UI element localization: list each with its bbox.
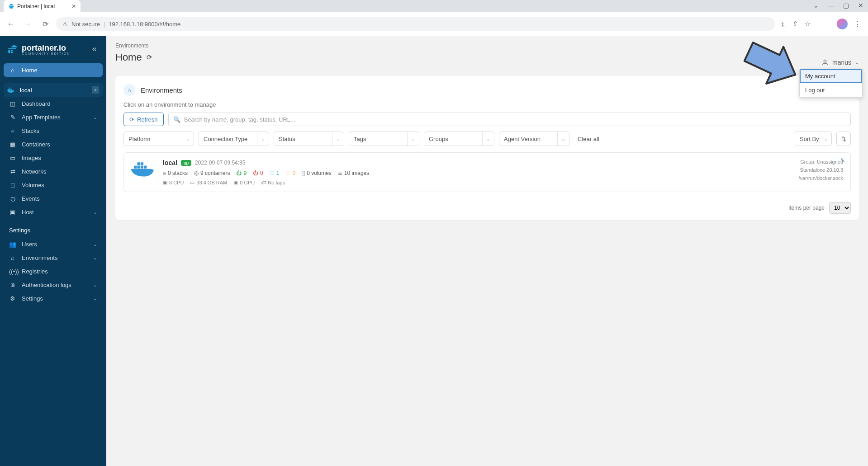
chevron-down-icon: ⌄ [93, 282, 97, 288]
env-socket: /var/run/docker.sock [799, 175, 843, 181]
sidebar-item-dashboard[interactable]: ◫Dashboard [4, 97, 103, 110]
svg-rect-11 [138, 162, 140, 165]
items-per-page-select[interactable]: 10 [829, 202, 851, 214]
sort-by-label: Sort By [800, 136, 819, 142]
environment-card[interactable]: local up 2022-09-07 09:54:35 ≡ 0 stacks … [123, 152, 851, 192]
svg-rect-12 [141, 162, 143, 165]
user-menu-trigger[interactable]: marius ⌄ [821, 59, 859, 66]
reload-button[interactable]: ⟳ [39, 20, 52, 28]
env-meta: Group: Unassigned Standalone 20.10.3 /va… [799, 159, 843, 181]
page-title-row: Home ⟳ [115, 52, 859, 63]
svg-rect-0 [11, 50, 13, 51]
browser-chrome: Portainer | local ✕ ⌄ — ▢ ✕ ← → ⟳ ⚠ Not … [0, 0, 868, 36]
status-badge: up [181, 160, 191, 166]
logo[interactable]: portainer.io COMMUNITY EDITION [4, 41, 103, 63]
refresh-icon[interactable]: ⟳ [147, 53, 152, 61]
chevron-down-icon: ⌄ [257, 132, 265, 146]
maximize-icon[interactable]: ▢ [843, 2, 849, 9]
refresh-button[interactable]: ⟳ Refresh [123, 113, 164, 126]
chevron-down-icon[interactable]: ⌄ [813, 2, 819, 9]
url-field[interactable]: ⚠ Not secure | 192.168.1.18:9000/#!/home [56, 17, 775, 31]
svg-rect-10 [144, 166, 147, 169]
sidebar-item-label: Home [22, 67, 38, 74]
sidebar-item-environments[interactable]: ⌂Environments⌄ [4, 251, 103, 264]
star-icon[interactable]: ☆ [805, 20, 811, 28]
chevron-down-icon: ⌄ [93, 209, 97, 215]
volumes-count: ⌸ 0 volumes [302, 170, 332, 176]
page-title: Home [115, 52, 142, 63]
env-pill-close[interactable]: × [92, 86, 99, 94]
menu-logout[interactable]: Log out [800, 83, 862, 97]
stopped-count: ⏻ 0 [253, 170, 263, 176]
nav-icon: ≡ [9, 127, 16, 134]
filter-agent-version[interactable]: Agent Version⌄ [499, 132, 569, 146]
unhealthy-count: ♡ 0 [285, 170, 295, 176]
sidebar-item-label: Host [22, 209, 34, 216]
nav-icon: ((•)) [9, 268, 16, 275]
separator: | [104, 21, 105, 28]
share-icon[interactable]: ⇪ [792, 20, 798, 28]
filter-connection-type[interactable]: Connection Type⌄ [199, 132, 269, 146]
filter-tags[interactable]: Tags⌄ [349, 132, 419, 146]
env-pill-label: local [20, 87, 32, 94]
back-button[interactable]: ← [5, 20, 17, 28]
refresh-icon: ⟳ [129, 116, 134, 123]
minimize-icon[interactable]: — [828, 2, 834, 9]
sidebar-item-containers[interactable]: ▦Containers [4, 137, 103, 151]
toolbar: ⟳ Refresh 🔍 Search by name, group, tag, … [123, 113, 851, 126]
sidebar-item-registries[interactable]: ((•))Registries [4, 264, 103, 278]
close-icon[interactable]: ✕ [858, 2, 863, 9]
chevron-down-icon: ⌄ [93, 114, 97, 120]
browser-actions: ⚿ ⇪ ☆ ⋮ [779, 19, 863, 29]
sidebar-item-images[interactable]: ▭Images [4, 151, 103, 165]
collapse-sidebar-button[interactable] [89, 44, 100, 55]
sidebar-item-label: Volumes [22, 182, 44, 188]
search-input[interactable]: 🔍 Search by name, group, tag, status, UR… [168, 113, 851, 126]
sort-by-dropdown[interactable]: Sort By ⌄ [795, 132, 832, 146]
sidebar-item-settings[interactable]: ⚙Settings⌄ [4, 292, 103, 305]
kebab-icon[interactable]: ⋮ [854, 20, 861, 28]
browser-tab[interactable]: Portainer | local ✕ [4, 0, 81, 12]
sidebar-item-authentication-logs[interactable]: 🗎Authentication logs⌄ [4, 278, 103, 292]
sidebar-item-label: Users [22, 241, 37, 248]
filter-groups[interactable]: Groups⌄ [424, 132, 494, 146]
filter-status[interactable]: Status⌄ [274, 132, 344, 146]
user-dropdown: My account Log out [799, 69, 863, 98]
sidebar-item-host[interactable]: ▣Host⌄ [4, 205, 103, 219]
sidebar-item-users[interactable]: 👥Users⌄ [4, 237, 103, 251]
filter-row: Platform⌄Connection Type⌄Status⌄Tags⌄Gro… [123, 132, 851, 146]
chevron-down-icon: ⌄ [855, 60, 859, 66]
not-secure-label: Not secure [71, 21, 100, 28]
edit-icon[interactable]: ✎ [840, 157, 845, 164]
clear-all-button[interactable]: Clear all [574, 136, 603, 142]
sidebar-item-app-templates[interactable]: ✎App Templates⌄ [4, 110, 103, 124]
sidebar-item-events[interactable]: ◷Events [4, 192, 103, 205]
sidebar-item-stacks[interactable]: ≡Stacks [4, 124, 103, 137]
key-icon[interactable]: ⚿ [779, 20, 786, 28]
close-tab-icon[interactable]: ✕ [71, 3, 76, 9]
filter-label: Connection Type [204, 136, 247, 142]
profile-avatar[interactable] [837, 19, 848, 29]
sidebar-item-home[interactable]: ⌂ Home [4, 63, 103, 77]
svg-rect-5 [9, 88, 10, 89]
sidebar-item-volumes[interactable]: ⌸Volumes [4, 178, 103, 192]
nav-icon: ▣ [9, 209, 16, 216]
not-secure-icon: ⚠ [62, 21, 68, 28]
running-count: ⏻ 9 [236, 170, 247, 176]
chevrons-left-icon [91, 46, 98, 52]
sidebar-item-label: Images [22, 155, 41, 161]
search-placeholder: Search by name, group, tag, status, URL.… [184, 116, 295, 123]
sort-direction-button[interactable]: ⇅ [836, 132, 851, 146]
username-label: marius [832, 59, 851, 66]
forward-button[interactable]: → [22, 20, 34, 28]
panel-header: ⌂ Environments [123, 84, 851, 96]
menu-my-account[interactable]: My account [800, 69, 862, 83]
sidebar-environment-pill[interactable]: local × [4, 83, 103, 97]
main-content: Environments Home ⟳ marius ⌄ My account … [106, 36, 868, 466]
nav-icon: ⌸ [9, 182, 16, 188]
filter-platform[interactable]: Platform⌄ [123, 132, 194, 146]
sidebar-item-label: Dashboard [22, 100, 51, 107]
sidebar-item-label: Environments [22, 254, 57, 261]
breadcrumb: Environments [115, 42, 859, 49]
sidebar-item-networks[interactable]: ⇄Networks [4, 165, 103, 178]
